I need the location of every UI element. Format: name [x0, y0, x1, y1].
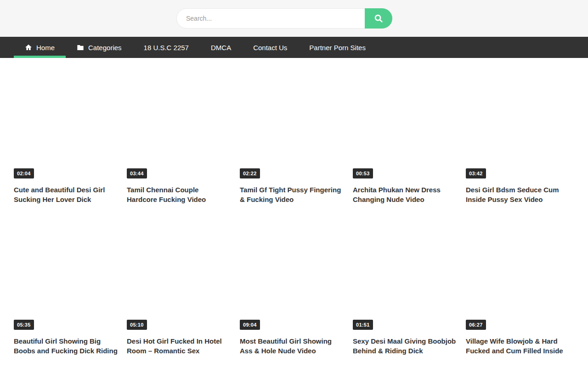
header	[0, 0, 588, 37]
video-title[interactable]: Beautiful Girl Showing Big Boobs and Fuc…	[14, 336, 118, 356]
search-button[interactable]	[365, 8, 392, 29]
video-thumbnail[interactable]: 03:44	[127, 65, 231, 181]
video-card: 02:22 Tamil Gf Tight Pussy Fingering & F…	[240, 65, 344, 204]
nav-item-dmca[interactable]: DMCA	[200, 37, 242, 58]
video-thumbnail[interactable]: 06:27	[466, 216, 570, 332]
video-title[interactable]: Tamil Gf Tight Pussy Fingering & Fucking…	[240, 185, 344, 204]
duration-badge: 02:04	[14, 168, 34, 178]
folder-icon	[77, 44, 84, 51]
duration-badge: 00:53	[353, 168, 373, 178]
duration-badge: 02:22	[240, 168, 260, 178]
video-title[interactable]: Tamil Chennai Couple Hardcore Fucking Vi…	[127, 185, 231, 204]
video-card: 03:42 Desi Girl Bdsm Seduce Cum Inside P…	[466, 65, 570, 204]
video-title[interactable]: Desi Hot Girl Fucked In Hotel Room – Rom…	[127, 336, 231, 356]
nav-item-18-u-s-c-2257[interactable]: 18 U.S.C 2257	[133, 37, 200, 58]
video-title[interactable]: Sexy Desi Maal Giving Boobjob Behind & R…	[353, 336, 457, 356]
main-nav: Home Categories 18 U.S.C 2257 DMCA Conta…	[0, 37, 588, 58]
nav-item-label: Contact Us	[253, 44, 287, 52]
video-title[interactable]: Most Beautiful Girl Showing Ass & Hole N…	[240, 336, 344, 356]
duration-badge: 09:04	[240, 320, 260, 330]
video-thumbnail[interactable]: 00:53	[353, 65, 457, 181]
video-thumbnail[interactable]: 03:42	[466, 65, 570, 181]
video-thumbnail[interactable]: 02:04	[14, 65, 118, 181]
home-icon	[25, 44, 32, 51]
video-thumbnail[interactable]: 02:22	[240, 65, 344, 181]
video-card: 02:04 Cute and Beautiful Desi Girl Sucki…	[14, 65, 118, 204]
duration-badge: 03:44	[127, 168, 147, 178]
search-icon	[373, 13, 384, 23]
nav-item-label: DMCA	[211, 44, 231, 52]
video-grid: 02:04 Cute and Beautiful Desi Girl Sucki…	[14, 65, 570, 356]
nav-item-label: Home	[36, 44, 55, 52]
search-input[interactable]	[176, 8, 392, 29]
video-card: 05:35 Beautiful Girl Showing Big Boobs a…	[14, 216, 118, 356]
nav-item-categories[interactable]: Categories	[66, 37, 133, 58]
nav-item-label: Partner Porn Sites	[309, 44, 366, 52]
video-title[interactable]: Archita Phukan New Dress Changing Nude V…	[353, 185, 457, 204]
duration-badge: 06:27	[466, 320, 486, 330]
video-card: 01:51 Sexy Desi Maal Giving Boobjob Behi…	[353, 216, 457, 356]
video-card: 05:10 Desi Hot Girl Fucked In Hotel Room…	[127, 216, 231, 356]
video-title[interactable]: Village Wife Blowjob & Hard Fucked and C…	[466, 336, 570, 356]
duration-badge: 01:51	[353, 320, 373, 330]
nav-item-home[interactable]: Home	[14, 37, 66, 58]
duration-badge: 03:42	[466, 168, 486, 178]
nav-item-contact-us[interactable]: Contact Us	[242, 37, 298, 58]
video-thumbnail[interactable]: 05:10	[127, 216, 231, 332]
duration-badge: 05:10	[127, 320, 147, 330]
video-thumbnail[interactable]: 09:04	[240, 216, 344, 332]
video-card: 06:27 Village Wife Blowjob & Hard Fucked…	[466, 216, 570, 356]
duration-badge: 05:35	[14, 320, 34, 330]
video-thumbnail[interactable]: 05:35	[14, 216, 118, 332]
video-card: 03:44 Tamil Chennai Couple Hardcore Fuck…	[127, 65, 231, 204]
video-thumbnail[interactable]: 01:51	[353, 216, 457, 332]
video-title[interactable]: Cute and Beautiful Desi Girl Sucking Her…	[14, 185, 118, 204]
video-card: 00:53 Archita Phukan New Dress Changing …	[353, 65, 457, 204]
search-form	[176, 8, 392, 29]
video-card: 09:04 Most Beautiful Girl Showing Ass & …	[240, 216, 344, 356]
nav-item-label: 18 U.S.C 2257	[144, 44, 189, 52]
nav-item-partner-porn-sites[interactable]: Partner Porn Sites	[298, 37, 377, 58]
nav-item-label: Categories	[88, 44, 122, 52]
video-title[interactable]: Desi Girl Bdsm Seduce Cum Inside Pussy S…	[466, 185, 570, 204]
